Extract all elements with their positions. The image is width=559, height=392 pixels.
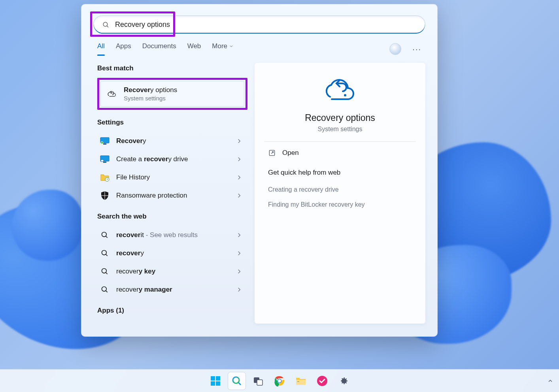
- result-web-recoverit[interactable]: recoverit - See web results: [97, 226, 247, 244]
- recovery-icon: [106, 89, 117, 99]
- result-label: Create a recovery drive: [116, 155, 229, 163]
- search-panel: All Apps Documents Web More ··· Best mat…: [81, 4, 438, 337]
- svg-rect-31: [297, 381, 299, 382]
- taskbar-explorer-button[interactable]: [292, 372, 310, 390]
- wallpaper-shape: [12, 190, 83, 261]
- svg-point-11: [102, 251, 107, 255]
- svg-point-15: [102, 287, 107, 292]
- taskbar-app-button[interactable]: [313, 372, 331, 390]
- result-subtitle: System settings: [124, 95, 238, 102]
- annotation-highlight-bestmatch: Recovery options System settings: [97, 78, 247, 110]
- svg-rect-22: [216, 381, 220, 386]
- detail-pane: Recovery options System settings Open Ge…: [255, 63, 425, 324]
- svg-point-9: [102, 232, 107, 237]
- result-bestmatch[interactable]: Recovery options System settings: [100, 81, 244, 107]
- svg-rect-20: [216, 376, 220, 381]
- open-label: Open: [282, 149, 299, 157]
- svg-point-23: [233, 377, 239, 383]
- filter-tab-more[interactable]: More: [212, 42, 234, 56]
- search-icon: [100, 285, 110, 295]
- svg-line-10: [106, 236, 108, 238]
- web-help-link[interactable]: Creating a recovery drive: [255, 182, 425, 197]
- taskbar: [0, 369, 559, 392]
- search-icon: [102, 21, 110, 28]
- svg-rect-30: [296, 380, 306, 385]
- taskbar-settings-button[interactable]: [335, 372, 352, 390]
- web-help-link[interactable]: Finding my BitLocker recovery key: [255, 197, 425, 212]
- section-heading-folders: Folders (1+): [97, 322, 247, 324]
- svg-rect-3: [103, 143, 106, 145]
- monitor-tool-icon: [100, 154, 110, 164]
- svg-line-12: [106, 254, 108, 256]
- chevron-right-icon: [236, 232, 243, 239]
- svg-rect-7: [101, 160, 104, 162]
- chevron-right-icon: [236, 286, 243, 293]
- search-input[interactable]: [115, 21, 416, 29]
- taskbar-chrome-button[interactable]: [271, 372, 288, 390]
- svg-rect-26: [257, 380, 263, 385]
- monitor-icon: [100, 136, 110, 146]
- svg-point-0: [103, 22, 108, 26]
- chevron-down-icon: [229, 44, 234, 49]
- system-tray[interactable]: [547, 378, 553, 384]
- detail-title: Recovery options: [255, 113, 425, 123]
- taskbar-taskview-button[interactable]: [249, 372, 267, 390]
- search-bar[interactable]: [93, 15, 425, 34]
- result-label: recovery key: [116, 268, 229, 275]
- result-label: File History: [116, 173, 229, 181]
- svg-point-13: [102, 269, 107, 273]
- svg-rect-21: [211, 381, 215, 386]
- folder-clock-icon: [100, 172, 110, 183]
- result-web-recovery[interactable]: recovery: [97, 244, 247, 262]
- result-label: recoverit - See web results: [116, 231, 229, 239]
- svg-rect-19: [211, 376, 215, 381]
- shield-icon: [100, 190, 110, 201]
- filter-tab-all[interactable]: All: [97, 42, 105, 56]
- svg-line-1: [107, 26, 108, 27]
- result-label: recovery manager: [116, 286, 229, 294]
- open-icon: [268, 149, 276, 157]
- filter-tab-documents[interactable]: Documents: [142, 42, 176, 56]
- chevron-right-icon: [236, 250, 243, 257]
- result-title: Recovery options: [124, 86, 238, 94]
- svg-point-4: [101, 141, 103, 144]
- detail-subtitle: System settings: [255, 126, 425, 133]
- result-web-recovery-key[interactable]: recovery key: [97, 262, 247, 281]
- result-settings-ransomware[interactable]: Ransomware protection: [97, 187, 247, 205]
- chevron-right-icon: [236, 174, 243, 181]
- result-label: Recovery: [116, 137, 229, 145]
- detail-icon: [255, 74, 425, 105]
- filter-tabs: All Apps Documents Web More ···: [97, 42, 421, 56]
- taskbar-search-button[interactable]: [228, 372, 246, 390]
- results-list: Best match Recovery options System setti…: [97, 63, 247, 324]
- result-settings-create-recovery-drive[interactable]: Create a recovery drive: [97, 150, 247, 168]
- search-icon: [100, 230, 110, 240]
- chevron-right-icon: [236, 268, 243, 275]
- svg-point-29: [278, 379, 281, 383]
- web-help-heading: Get quick help from web: [255, 164, 425, 182]
- section-heading-apps: Apps (1): [97, 307, 247, 315]
- section-heading-settings: Settings: [97, 119, 247, 126]
- filter-tab-web[interactable]: Web: [187, 42, 201, 56]
- search-icon: [100, 248, 110, 258]
- result-label: recovery: [116, 249, 229, 257]
- result-settings-recovery[interactable]: Recovery: [97, 132, 247, 150]
- result-web-recovery-manager[interactable]: recovery manager: [97, 281, 247, 299]
- svg-line-14: [106, 273, 108, 274]
- result-label: Ransomware protection: [116, 192, 229, 200]
- open-button[interactable]: Open: [255, 142, 425, 164]
- result-settings-file-history[interactable]: File History: [97, 168, 247, 187]
- svg-point-17: [344, 94, 346, 96]
- search-icon: [100, 266, 110, 277]
- svg-line-16: [106, 291, 108, 292]
- chevron-right-icon: [236, 156, 243, 163]
- filter-tab-apps[interactable]: Apps: [116, 42, 131, 56]
- chevron-up-icon[interactable]: [547, 378, 553, 384]
- section-heading-web: Search the web: [97, 213, 247, 220]
- user-avatar[interactable]: [389, 43, 401, 55]
- section-heading-bestmatch: Best match: [97, 64, 247, 72]
- more-options-button[interactable]: ···: [412, 45, 421, 54]
- taskbar-start-button[interactable]: [207, 372, 224, 390]
- chevron-right-icon: [236, 138, 243, 145]
- chevron-right-icon: [236, 192, 243, 199]
